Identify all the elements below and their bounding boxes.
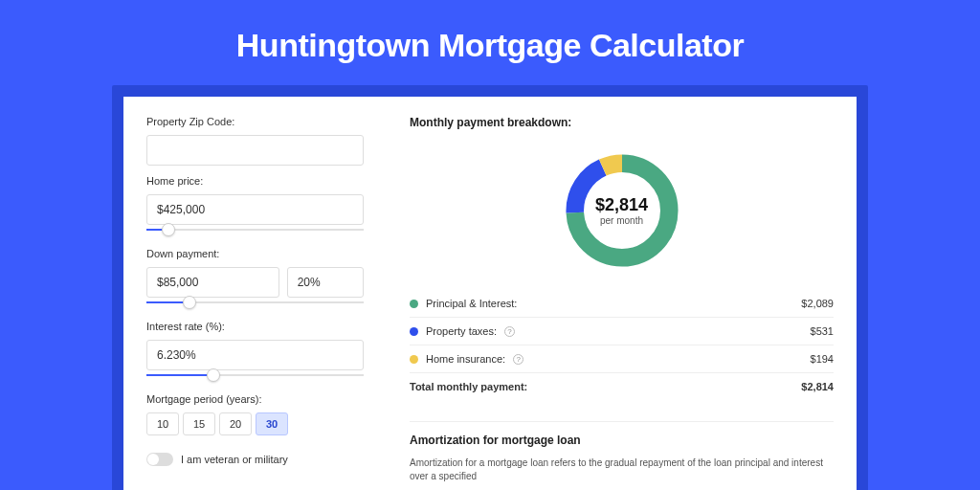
donut-amount: $2,814 xyxy=(595,195,648,215)
rate-label: Interest rate (%): xyxy=(146,321,364,332)
legend-amount: $2,089 xyxy=(801,298,834,309)
price-slider[interactable] xyxy=(146,223,364,238)
rate-group: Interest rate (%): xyxy=(146,321,364,384)
slider-thumb[interactable] xyxy=(183,296,196,309)
down-label: Down payment: xyxy=(146,248,364,259)
legend-row-pi: Principal & Interest: $2,089 xyxy=(410,290,834,318)
legend-amount: $531 xyxy=(811,325,834,337)
rate-input[interactable] xyxy=(146,340,364,370)
legend-amount: $194 xyxy=(811,353,834,365)
slider-thumb[interactable] xyxy=(207,368,220,382)
dot-icon xyxy=(410,327,418,336)
down-slider[interactable] xyxy=(146,296,364,311)
calculator-card: Property Zip Code: Home price: Down paym… xyxy=(123,97,857,490)
price-input[interactable] xyxy=(146,194,364,225)
legend-label: Principal & Interest: xyxy=(426,298,517,309)
amortization-section: Amortization for mortgage loan Amortizat… xyxy=(410,421,834,483)
legend-label: Home insurance: xyxy=(426,353,505,365)
period-label: Mortgage period (years): xyxy=(146,393,364,405)
zip-label: Property Zip Code: xyxy=(146,116,364,127)
legend-row-total: Total monthly payment: $2,814 xyxy=(410,373,834,400)
rate-slider[interactable] xyxy=(146,368,364,384)
period-btn-10[interactable]: 10 xyxy=(146,412,179,435)
breakdown-panel: Monthly payment breakdown: $2,814 per mo… xyxy=(387,97,857,490)
dot-icon xyxy=(410,300,418,308)
veteran-toggle[interactable] xyxy=(146,453,173,466)
card-wrapper: Property Zip Code: Home price: Down paym… xyxy=(112,85,868,490)
inputs-panel: Property Zip Code: Home price: Down paym… xyxy=(123,97,387,490)
slider-thumb[interactable] xyxy=(162,223,175,236)
info-icon[interactable]: ? xyxy=(504,326,515,337)
price-label: Home price: xyxy=(146,175,364,187)
legend-row-taxes: Property taxes: ? $531 xyxy=(410,318,834,345)
period-btn-20[interactable]: 20 xyxy=(219,412,252,435)
zip-group: Property Zip Code: xyxy=(146,116,364,166)
down-input[interactable] xyxy=(146,267,279,298)
dot-icon xyxy=(410,355,418,364)
total-amount: $2,814 xyxy=(801,381,834,392)
down-group: Down payment: xyxy=(146,248,364,311)
down-pct-input[interactable] xyxy=(287,267,364,298)
veteran-label: I am veteran or military xyxy=(181,454,288,465)
total-label: Total monthly payment: xyxy=(410,381,527,392)
toggle-knob xyxy=(147,454,159,465)
legend-row-insurance: Home insurance: ? $194 xyxy=(410,345,834,373)
amort-text: Amortization for a mortgage loan refers … xyxy=(410,457,834,483)
donut-chart: $2,814 per month xyxy=(410,143,834,290)
donut-sub: per month xyxy=(600,215,643,226)
veteran-row: I am veteran or military xyxy=(146,453,364,466)
zip-input[interactable] xyxy=(146,135,364,166)
legend-label: Property taxes: xyxy=(426,325,497,337)
price-group: Home price: xyxy=(146,175,364,238)
donut-center: $2,814 per month xyxy=(560,148,684,273)
period-btn-15[interactable]: 15 xyxy=(183,412,215,435)
period-btn-30[interactable]: 30 xyxy=(256,412,288,435)
page-header: Huntingtown Mortgage Calculator xyxy=(0,0,980,85)
breakdown-title: Monthly payment breakdown: xyxy=(410,116,834,129)
amort-title: Amortization for mortgage loan xyxy=(410,434,834,447)
period-buttons: 10 15 20 30 xyxy=(146,412,364,435)
page-title: Huntingtown Mortgage Calculator xyxy=(0,27,980,64)
info-icon[interactable]: ? xyxy=(513,354,523,365)
period-group: Mortgage period (years): 10 15 20 30 xyxy=(146,393,364,435)
